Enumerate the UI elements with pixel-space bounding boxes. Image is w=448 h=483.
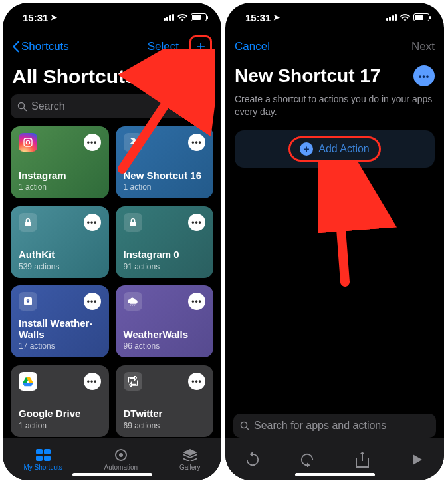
tab-automation[interactable]: Automation [104,448,138,471]
tab-label: Gallery [179,464,201,471]
svg-rect-13 [36,456,43,461]
share-button[interactable] [350,450,375,470]
signal-icon [386,14,397,21]
svg-line-9 [132,305,133,307]
cancel-button[interactable]: Cancel [235,40,270,53]
tab-bar: My Shortcuts Automation Gallery [3,438,221,480]
status-bar: 15:31 ➤ [225,3,444,32]
shortcut-tile[interactable]: ••• Google Drive1 action [11,365,109,437]
instagram-icon [19,133,37,152]
more-icon[interactable]: ••• [84,214,101,231]
retweet-icon [124,372,142,391]
plus-circle-icon: + [300,142,313,156]
nav-bar: Cancel Next [225,32,444,61]
shortcut-tile[interactable]: ••• AuthKit539 actions [11,206,109,278]
wifi-icon [177,13,187,21]
location-icon: ➤ [273,13,280,22]
svg-point-18 [241,422,247,428]
cloud-icon [124,292,142,311]
next-button[interactable]: Next [411,40,435,53]
tab-label: My Shortcuts [23,464,62,471]
status-time: 15:31 [245,12,271,23]
chevron-left-icon [12,41,20,53]
tab-my-shortcuts[interactable]: My Shortcuts [23,448,62,471]
shortcut-tile[interactable]: ••• Instagram1 action [11,126,109,198]
phone-right: 15:31 ➤ Cancel Next New Shortcut 17 ••• … [225,3,444,480]
lock-icon [19,213,37,232]
tile-sub: 539 actions [19,262,101,271]
shortcut-tile[interactable]: ••• DTwitter69 actions [116,365,214,437]
status-bar: 15:31 ➤ [3,3,221,32]
add-action-button[interactable]: + Add Action [235,130,435,168]
search-icon [240,421,250,431]
google-drive-icon [19,372,37,391]
select-button[interactable]: Select [148,40,179,53]
toolbar [225,438,444,480]
shortcut-tile[interactable]: ••• New Shortcut 161 action [116,126,214,198]
tile-sub: 1 action [19,182,101,192]
svg-line-1 [24,108,27,110]
shortcut-tile[interactable]: ••• Instagram 091 actions [116,206,214,278]
svg-rect-6 [130,222,136,226]
shortcut-tile[interactable]: ••• WeatherWalls96 actions [116,285,214,357]
svg-point-3 [26,140,29,144]
shortcuts-grid: ••• Instagram1 action ••• New Shortcut 1… [3,126,221,438]
svg-point-4 [30,140,31,141]
annotation-highlight: + Add Action [288,136,381,162]
page-title: New Shortcut 17 [235,65,380,86]
more-icon[interactable]: ••• [84,134,101,151]
tile-name: DTwitter [124,408,206,419]
more-icon[interactable]: ••• [188,214,205,231]
tile-name: Install Weather-Walls [19,317,101,341]
lock-icon [124,213,142,232]
wifi-icon [400,13,410,21]
more-icon[interactable]: ••• [84,373,101,390]
tile-name: Google Drive [19,408,101,419]
search-input[interactable]: Search [11,94,213,118]
options-button[interactable]: ••• [413,65,435,86]
status-time: 15:31 [23,12,48,23]
tab-label: Automation [104,464,138,471]
shortcut-icon [124,133,142,152]
svg-point-16 [119,453,123,457]
nav-bar: Shortcuts Select + [3,32,221,61]
tile-sub: 69 actions [124,421,206,430]
play-button[interactable] [404,450,429,470]
undo-button[interactable] [240,450,265,470]
battery-icon [191,13,207,21]
shortcut-tile[interactable]: ••• Install Weather-Walls17 actions [11,285,109,357]
svg-line-19 [247,427,249,430]
download-icon [19,292,37,311]
phone-left: 15:31 ➤ Shortcuts Select + All Shortcuts… [3,3,221,480]
tile-sub: 17 actions [19,341,101,351]
tab-gallery[interactable]: Gallery [179,448,201,471]
svg-line-10 [134,305,135,307]
home-indicator [72,473,152,476]
tile-sub: 1 action [124,182,206,192]
page-subtitle: Create a shortcut to actions you do in y… [225,93,444,130]
redo-button[interactable] [294,450,320,470]
svg-line-8 [130,305,131,307]
action-search-input[interactable]: Search for apps and actions [233,414,436,438]
tile-name: WeatherWalls [124,329,206,340]
more-icon[interactable]: ••• [84,293,101,310]
add-action-label: Add Action [318,143,370,155]
more-icon[interactable]: ••• [188,134,205,151]
back-button[interactable]: Shortcuts [12,40,69,53]
search-placeholder: Search for apps and actions [254,420,386,432]
more-icon[interactable]: ••• [188,373,205,390]
tile-name: AuthKit [19,249,101,260]
tile-name: Instagram [19,170,101,181]
svg-rect-12 [44,449,51,454]
plus-icon: + [196,39,205,55]
home-indicator [295,473,375,476]
tile-name: New Shortcut 16 [124,170,206,181]
location-icon: ➤ [51,13,57,22]
svg-rect-11 [36,449,43,454]
tile-sub: 96 actions [124,341,206,351]
tile-name: Instagram 0 [124,249,206,260]
add-shortcut-button[interactable]: + [189,35,212,58]
more-icon[interactable]: ••• [188,293,205,310]
page-title: All Shortcuts [3,61,221,94]
svg-rect-14 [44,456,51,461]
